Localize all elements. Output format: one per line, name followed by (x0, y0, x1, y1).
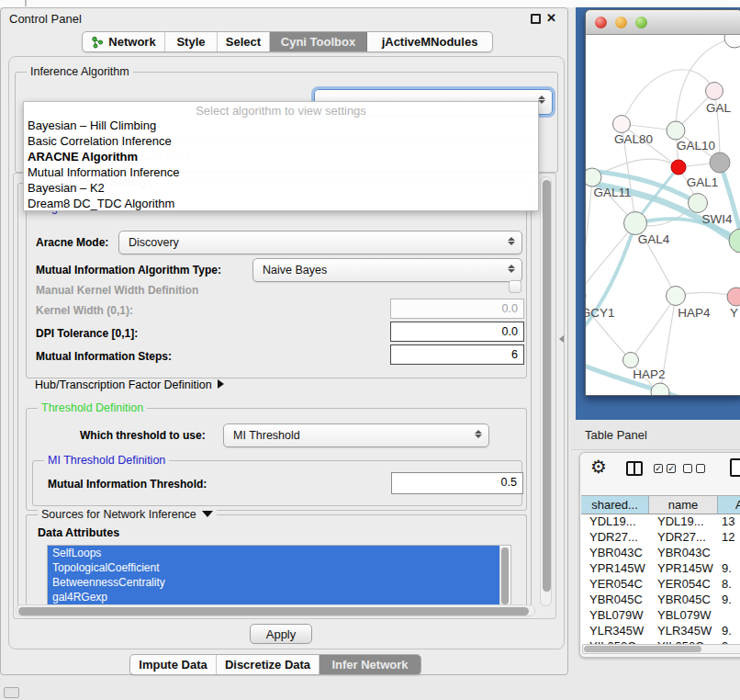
table-row[interactable]: YBR045CYBR045C9. (581, 593, 740, 608)
gear-icon[interactable]: ⚙ (590, 456, 607, 478)
mi-algorithm-type-label: Mutual Information Algorithm Type: (36, 264, 221, 277)
network-view-window[interactable]: GALGAL80GAL10GAL1GAL11SWI4GAL4GCY1HAP4YH… (585, 9, 740, 396)
column-header-shared-name[interactable]: shared... (581, 496, 649, 514)
network-node[interactable] (667, 287, 686, 306)
network-edge[interactable] (720, 163, 740, 239)
minimize-traffic-light-icon[interactable] (615, 17, 627, 28)
algorithm-option[interactable]: Dream8 DC_TDC Algorithm (24, 196, 538, 211)
table-row[interactable]: YDL19...YDL19...13 (581, 514, 740, 530)
tab-discretize-data-label: Discretize Data (225, 658, 310, 672)
table-horizontal-scrollbar[interactable] (582, 644, 740, 654)
unchecked-checkbox-icon (683, 464, 692, 473)
network-node[interactable] (671, 160, 686, 175)
which-threshold-combobox[interactable]: MI Threshold (223, 423, 489, 447)
settings-vertical-scrollbar[interactable] (540, 176, 552, 606)
table-panel: ⚙ ✓ ✓ shared... name A YDL19...YDL19...1… (579, 452, 740, 658)
combo-stepper-icon (508, 236, 515, 246)
tab-discretize-data[interactable]: Discretize Data (217, 655, 320, 674)
network-edge[interactable] (631, 296, 676, 360)
network-node[interactable] (586, 168, 601, 186)
network-node[interactable] (613, 116, 631, 133)
deselect-all-columns-icon[interactable] (683, 464, 705, 473)
tab-cyni-toolbox[interactable]: Cyni Toolbox (270, 32, 367, 51)
table-row[interactable]: YER054CYER054C8. (581, 577, 740, 593)
kernel-width-field[interactable]: 0.0 (390, 299, 524, 319)
mi-steps-field[interactable]: 6 (390, 344, 524, 365)
network-node[interactable] (729, 229, 740, 253)
column-header-clipped[interactable]: A (718, 496, 740, 514)
table-cell: YDL19... (649, 514, 718, 530)
control-panel-window: Control Panel ✕ Network Style Select (0, 7, 568, 675)
data-attribute-item[interactable]: SelfLoops (48, 546, 499, 560)
tab-network[interactable]: Network (83, 32, 165, 51)
data-attribute-item[interactable]: gal4RGexp (48, 590, 499, 604)
network-node[interactable] (710, 152, 730, 173)
table-cell: 12 (718, 530, 740, 546)
minimized-panel-icon[interactable] (4, 687, 19, 698)
algorithm-option[interactable]: ARACNE Algorithm (24, 149, 538, 164)
network-node[interactable] (624, 212, 647, 235)
column-layout-icon[interactable] (626, 461, 643, 476)
sources-title[interactable]: Sources for Network Inference (38, 508, 217, 521)
tab-jactivemnodules[interactable]: jActiveMNodules (367, 32, 492, 51)
tab-infer-network-label: Infer Network (331, 658, 408, 672)
table-row[interactable]: YPR145WYPR145W9. (581, 561, 740, 577)
network-node[interactable] (667, 121, 685, 140)
manual-kernel-width-checkbox[interactable] (509, 280, 521, 293)
data-attribute-item[interactable]: TopologicalCoefficient (48, 560, 499, 575)
table-row[interactable]: YLR345WYLR345W9. (581, 624, 740, 639)
apply-button[interactable]: Apply (250, 624, 312, 644)
network-node[interactable] (727, 288, 740, 306)
node-label: GAL (706, 101, 732, 115)
tab-select[interactable]: Select (218, 32, 270, 51)
algorithm-option[interactable]: Basic Correlation Inference (24, 133, 538, 149)
data-attribute-item[interactable]: BetweennessCentrality (48, 575, 499, 590)
hub-section-toggle[interactable]: Hub/Transcription Factor Definition (35, 378, 224, 391)
mi-threshold-field[interactable]: 0.5 (391, 472, 523, 494)
tab-impute-data[interactable]: Impute Data (130, 655, 217, 674)
network-canvas[interactable]: GALGAL80GAL10GAL1GAL11SWI4GAL4GCY1HAP4YH… (586, 35, 740, 396)
column-header-name[interactable]: name (649, 496, 718, 514)
network-edge[interactable] (586, 177, 592, 296)
network-node[interactable] (724, 35, 740, 48)
algorithm-option[interactable]: Mutual Information Inference (24, 164, 538, 180)
float-window-icon[interactable] (531, 14, 541, 24)
zoom-traffic-light-icon[interactable] (635, 17, 647, 28)
sources-group: Sources for Network Inference Data Attri… (26, 514, 527, 608)
mi-algorithm-type-combobox[interactable]: Naive Bayes (252, 258, 522, 282)
table-row[interactable]: YDR27...YDR27...12 (581, 530, 740, 546)
scrollbar-thumb[interactable] (501, 548, 509, 604)
aracne-mode-combobox[interactable]: Discovery (118, 231, 522, 254)
table-row[interactable]: YBR043CYBR043C (581, 546, 740, 561)
tab-style[interactable]: Style (165, 32, 218, 51)
tab-cyni-toolbox-label: Cyni Toolbox (281, 35, 355, 49)
sources-title-label: Sources for Network Inference (41, 508, 196, 521)
table-row[interactable]: YBL079WYBL079W (581, 608, 740, 624)
network-edge[interactable] (586, 223, 635, 338)
network-node[interactable] (651, 383, 669, 396)
attributes-scrollbar[interactable] (499, 547, 510, 607)
algorithm-option[interactable]: Bayesian – Hill Climbing (24, 118, 538, 133)
table-cell (718, 608, 740, 624)
scrollbar-thumb[interactable] (18, 607, 529, 615)
scrollbar-thumb[interactable] (543, 180, 551, 592)
close-icon[interactable]: ✕ (546, 11, 556, 25)
close-traffic-light-icon[interactable] (595, 17, 607, 28)
data-attributes-list[interactable]: SelfLoopsTopologicalCoefficientBetweenne… (47, 545, 511, 609)
dpi-tolerance-field[interactable]: 0.0 (390, 322, 524, 342)
scrollbar-thumb[interactable] (584, 646, 701, 652)
network-edge[interactable] (622, 70, 714, 124)
mi-algorithm-type-value: Naive Bayes (263, 264, 327, 277)
network-node[interactable] (623, 353, 639, 368)
network-node[interactable] (689, 194, 708, 213)
table-mode-icon[interactable] (730, 458, 740, 477)
select-all-columns-icon[interactable]: ✓ ✓ (654, 464, 676, 473)
network-edge[interactable] (676, 38, 734, 130)
network-window-titlebar[interactable] (586, 10, 740, 35)
tab-infer-network[interactable]: Infer Network (320, 655, 420, 674)
mi-threshold-group-title: MI Threshold Definition (44, 454, 169, 467)
network-node[interactable] (706, 83, 723, 100)
settings-horizontal-scrollbar[interactable] (16, 604, 535, 616)
splitter-arrow-icon[interactable] (559, 335, 564, 343)
algorithm-option[interactable]: Bayesian – K2 (24, 180, 538, 196)
